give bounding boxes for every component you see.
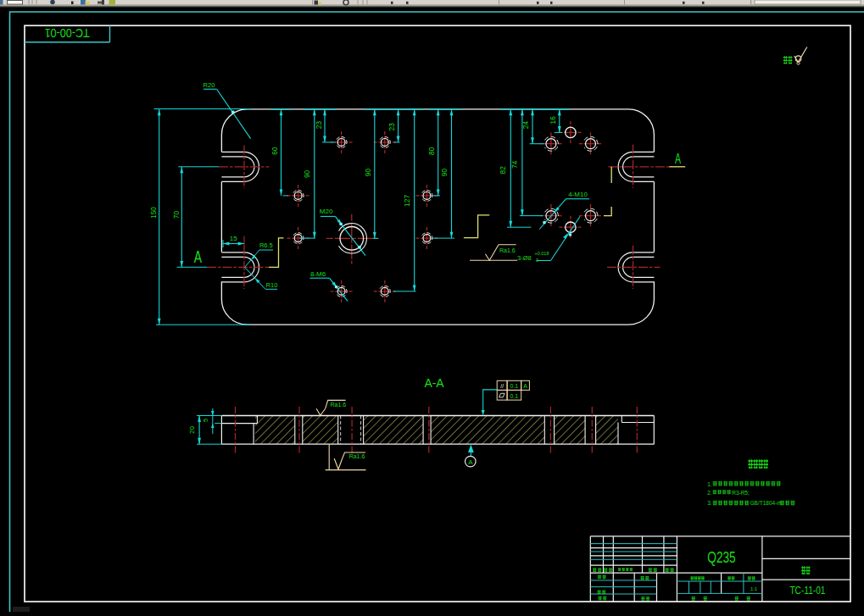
svg-text:24: 24 xyxy=(521,121,530,130)
svg-text:GB/T1804-m: GB/T1804-m xyxy=(750,500,782,506)
svg-text:M20: M20 xyxy=(320,208,333,215)
svg-text:TC-00-01: TC-00-01 xyxy=(45,26,90,40)
svg-text:74: 74 xyxy=(510,160,519,169)
svg-text://: // xyxy=(500,383,504,389)
svg-text:82: 82 xyxy=(499,166,507,175)
svg-text:90: 90 xyxy=(303,169,311,178)
svg-text:R6.5: R6.5 xyxy=(259,241,273,249)
svg-text:1:1: 1:1 xyxy=(750,586,757,591)
svg-text:3.: 3. xyxy=(707,500,712,506)
svg-text:23: 23 xyxy=(315,121,323,130)
svg-text:16: 16 xyxy=(549,116,557,125)
svg-text:R3-R5;: R3-R5; xyxy=(732,490,750,496)
svg-text:90: 90 xyxy=(440,169,449,177)
svg-text:A: A xyxy=(675,150,681,166)
svg-text:Ra1.6: Ra1.6 xyxy=(330,402,346,408)
svg-text:23: 23 xyxy=(387,123,396,131)
svg-text:R20: R20 xyxy=(203,81,215,89)
svg-text:A: A xyxy=(468,458,473,466)
svg-text:150: 150 xyxy=(149,207,158,219)
svg-text:+0.018: +0.018 xyxy=(535,251,549,256)
svg-text:A: A xyxy=(194,247,202,267)
svg-text:0.1: 0.1 xyxy=(510,383,519,389)
svg-text:0: 0 xyxy=(536,258,538,263)
svg-text:80: 80 xyxy=(427,147,436,155)
svg-text:A: A xyxy=(523,383,527,389)
svg-text:5: 5 xyxy=(202,419,209,422)
svg-text:R10: R10 xyxy=(266,281,278,289)
svg-text:0.1: 0.1 xyxy=(510,393,519,399)
svg-text:1.: 1. xyxy=(707,481,712,487)
svg-text:4-M10: 4-M10 xyxy=(568,191,588,198)
svg-text:TC-11-01: TC-11-01 xyxy=(789,584,825,596)
svg-text:2.: 2. xyxy=(707,490,712,496)
svg-text:A-A: A-A xyxy=(424,375,443,390)
svg-text:8-M6: 8-M6 xyxy=(310,270,326,278)
svg-text:Ra1.6: Ra1.6 xyxy=(499,247,516,253)
svg-text:Ra1.6: Ra1.6 xyxy=(349,453,365,459)
svg-text:20: 20 xyxy=(188,426,196,434)
svg-text:70: 70 xyxy=(172,211,181,219)
svg-text:15: 15 xyxy=(230,235,237,242)
svg-text:Q235: Q235 xyxy=(707,547,735,566)
svg-text:127: 127 xyxy=(403,195,411,207)
svg-text:60: 60 xyxy=(270,147,279,155)
svg-text:3-Ø8: 3-Ø8 xyxy=(517,254,532,262)
svg-text:90: 90 xyxy=(364,169,372,177)
